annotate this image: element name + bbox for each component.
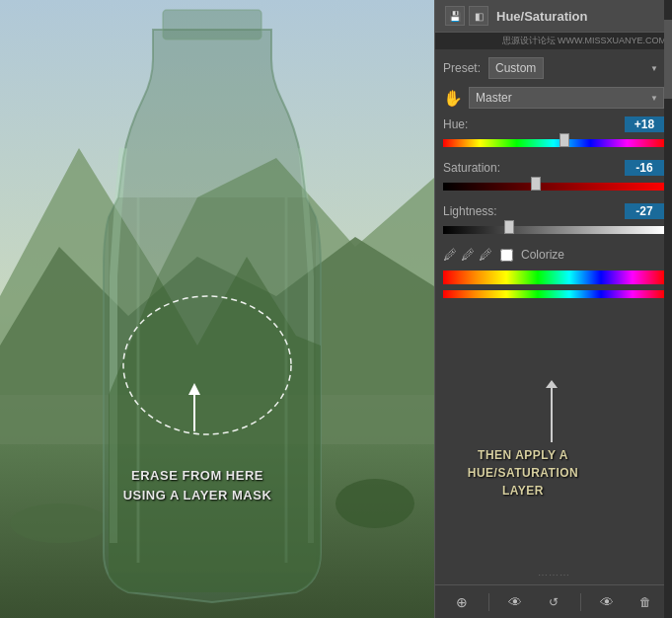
panel-header-icons: 💾 ◧ [445, 6, 488, 26]
eyedropper-icon-1[interactable]: 🖉 [443, 247, 457, 263]
annotation-erase: ERASE FROM HERE USING A LAYER MASK [99, 466, 296, 504]
properties-panel: 💾 ◧ Hue/Saturation 思源设计论坛 WWW.MISSXUANYE… [434, 0, 672, 618]
main-image-area: ERASE FROM HERE USING A LAYER MASK [0, 0, 434, 618]
lightness-section: Lightness: -27 [443, 203, 664, 237]
panel-header: 💾 ◧ Hue/Saturation [435, 0, 672, 33]
add-layer-button[interactable]: ⊕ [450, 590, 474, 614]
svg-point-4 [10, 503, 109, 543]
hue-value[interactable]: +18 [625, 116, 664, 132]
panel-title: Hue/Saturation [496, 9, 662, 24]
eyedropper-icon-3[interactable]: 🖉 [479, 247, 492, 263]
visibility-button-2[interactable]: 👁 [595, 590, 619, 614]
saturation-section: Saturation: -16 [443, 160, 664, 193]
hue-slider-track-container[interactable] [443, 136, 664, 150]
light-row: Lightness: -27 [443, 203, 664, 219]
drag-handle: ⋯⋯⋯ [538, 570, 570, 580]
colorize-checkbox[interactable] [500, 249, 513, 262]
preset-select-wrapper: Custom [488, 57, 664, 79]
eyedropper-icons: 🖉 🖉 🖉 [443, 247, 492, 263]
spectrum-bar-bottom [443, 290, 664, 298]
panel-body: Preset: Custom ✋ Master Hue: +18 [435, 49, 672, 314]
hue-slider-thumb[interactable] [560, 133, 569, 147]
toolbar-separator-2 [580, 593, 581, 611]
svg-point-5 [336, 479, 414, 528]
light-slider-thumb[interactable] [504, 220, 514, 234]
hue-slider-track [443, 139, 664, 147]
scrollbar-thumb[interactable] [664, 20, 672, 99]
arrow-hue [551, 388, 553, 442]
bottom-toolbar: ⊕ 👁 ↺ 👁 🗑 [435, 584, 672, 618]
annotation-hue: THEN APPLY AHUE/SATURATIONLAYER [449, 446, 597, 500]
spectrum-bar-top [443, 270, 664, 284]
sat-value[interactable]: -16 [625, 160, 664, 176]
visibility-button[interactable]: 👁 [503, 590, 527, 614]
preset-select[interactable]: Custom [488, 57, 544, 79]
light-slider-track-container[interactable] [443, 223, 664, 237]
colorize-label: Colorize [521, 248, 564, 262]
sat-row: Saturation: -16 [443, 160, 664, 176]
sat-slider-thumb[interactable] [531, 177, 541, 191]
eyedropper-icon-2[interactable]: 🖉 [461, 247, 475, 263]
toolbar-separator-1 [488, 593, 489, 611]
save-icon-btn[interactable]: 💾 [445, 6, 465, 26]
hue-label: Hue: [443, 117, 468, 131]
preset-row: Preset: Custom [443, 57, 664, 79]
mask-icon-btn[interactable]: ◧ [469, 6, 488, 26]
sat-label: Saturation: [443, 161, 500, 175]
light-label: Lightness: [443, 204, 497, 218]
colorize-row: 🖉 🖉 🖉 Colorize [443, 247, 664, 263]
panel-scrollbar[interactable] [664, 0, 672, 618]
hue-section: Hue: +18 [443, 116, 664, 150]
sat-slider-track-container[interactable] [443, 180, 664, 193]
reset-button[interactable]: ↺ [542, 590, 565, 614]
hand-row: ✋ Master [443, 87, 664, 109]
delete-button[interactable]: 🗑 [634, 590, 657, 614]
light-value[interactable]: -27 [625, 203, 664, 219]
master-select[interactable]: Master [469, 87, 664, 109]
master-select-wrapper: Master [469, 87, 664, 109]
svg-rect-6 [163, 10, 261, 39]
hand-tool-icon[interactable]: ✋ [443, 89, 463, 108]
bottle-container [0, 0, 434, 618]
sat-slider-track [443, 183, 664, 191]
light-slider-track [443, 226, 664, 234]
preset-label: Preset: [443, 61, 483, 75]
hue-row: Hue: +18 [443, 116, 664, 132]
watermark-strip: 思源设计论坛 WWW.MISSXUANYE.COM [435, 33, 672, 49]
